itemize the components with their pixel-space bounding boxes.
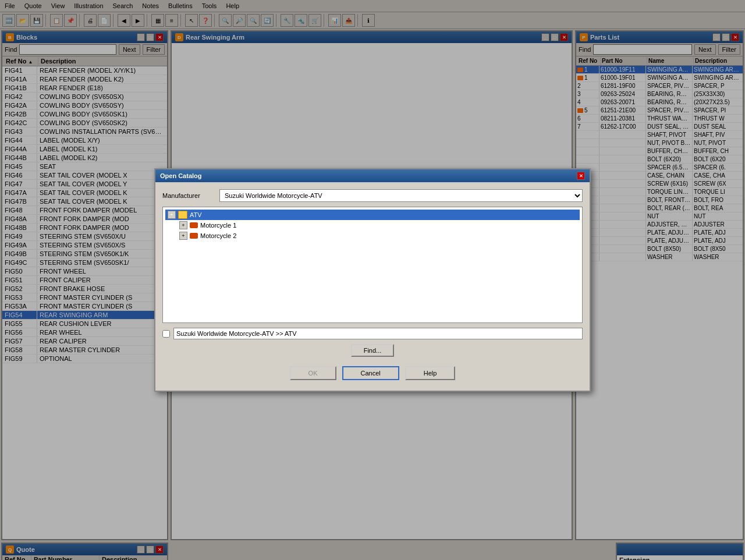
tree-moto-icon-2 bbox=[190, 233, 198, 239]
modal-path-bar: Suzuki Worldwide Motorcycle-ATV >> ATV bbox=[162, 328, 583, 339]
tree-expand-moto1[interactable]: + bbox=[179, 221, 187, 229]
tree-label-moto1: Motorcycle 1 bbox=[200, 222, 236, 229]
modal-title-bar: Open Catalog ✕ bbox=[155, 169, 590, 182]
catalog-tree: + ATV + Motorcycle 1 + Motorcycle 2 bbox=[162, 207, 583, 323]
tree-item-motorcycle2[interactable]: + Motorcycle 2 bbox=[177, 231, 580, 241]
tree-folder-icon-atv bbox=[178, 211, 187, 219]
modal-close-btn[interactable]: ✕ bbox=[577, 172, 585, 180]
modal-body: Manufacturer Suzuki Worldwide Motorcycle… bbox=[155, 182, 590, 391]
tree-expand-moto2[interactable]: + bbox=[179, 232, 187, 240]
modal-find-btn[interactable]: Find... bbox=[351, 344, 395, 357]
open-catalog-dialog: Open Catalog ✕ Manufacturer Suzuki World… bbox=[154, 168, 591, 392]
modal-cancel-btn[interactable]: Cancel bbox=[342, 366, 399, 380]
tree-label-atv: ATV bbox=[190, 211, 202, 218]
tree-label-moto2: Motorcycle 2 bbox=[200, 232, 236, 239]
modal-manufacturer-label: Manufacturer bbox=[162, 192, 215, 199]
tree-item-motorcycle1[interactable]: + Motorcycle 1 bbox=[177, 220, 580, 231]
tree-moto-icon-1 bbox=[190, 222, 198, 228]
tree-expand-atv[interactable]: + bbox=[168, 211, 176, 219]
modal-ok-btn[interactable]: OK bbox=[290, 366, 336, 380]
modal-manufacturer-row: Manufacturer Suzuki Worldwide Motorcycle… bbox=[162, 189, 583, 202]
modal-overlay: Open Catalog ✕ Manufacturer Suzuki World… bbox=[0, 0, 745, 560]
tree-item-atv[interactable]: + ATV bbox=[165, 210, 580, 220]
modal-manufacturer-select[interactable]: Suzuki Worldwide Motorcycle-ATV bbox=[219, 189, 583, 202]
tree-children: + Motorcycle 1 + Motorcycle 2 bbox=[177, 220, 580, 241]
modal-path-input[interactable]: Suzuki Worldwide Motorcycle-ATV >> ATV bbox=[173, 328, 583, 339]
modal-buttons: OK Cancel Help bbox=[162, 363, 583, 384]
modal-title: Open Catalog bbox=[160, 172, 202, 179]
modal-help-btn[interactable]: Help bbox=[405, 366, 456, 380]
modal-path-checkbox[interactable] bbox=[162, 330, 170, 338]
